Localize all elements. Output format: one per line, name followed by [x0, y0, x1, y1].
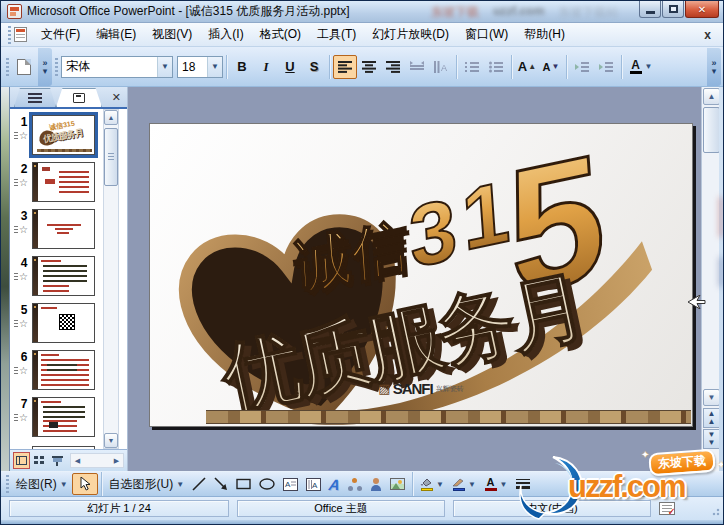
diagram-icon: [348, 478, 362, 491]
animation-star-icon[interactable]: ☆: [14, 365, 28, 376]
pane-horizontal-scrollbar[interactable]: ◀ ▶: [70, 453, 124, 468]
slide-3-thumbnail[interactable]: [32, 209, 95, 249]
editor-vertical-scrollbar[interactable]: ▲ ▼ ▲▲ ▼▼: [701, 87, 721, 471]
text-shadow-button[interactable]: S: [302, 55, 326, 79]
restore-button[interactable]: [662, 1, 684, 18]
decrease-indent-button[interactable]: [570, 55, 594, 79]
slide-sorter-view-button[interactable]: [31, 452, 48, 469]
animation-star-icon[interactable]: ☆: [14, 130, 28, 141]
scroll-right-button[interactable]: ▶: [111, 455, 122, 466]
align-center-button[interactable]: [357, 55, 381, 79]
toolbar-drag-handle[interactable]: [6, 58, 9, 76]
animation-star-icon[interactable]: ☆: [14, 318, 28, 329]
text-direction-button[interactable]: A: [429, 55, 453, 79]
bold-button[interactable]: B: [230, 55, 254, 79]
theme-indicator[interactable]: Office 主题: [237, 500, 445, 517]
animation-star-icon[interactable]: ☆: [14, 271, 28, 282]
scroll-down-button[interactable]: ▼: [703, 389, 720, 406]
tab-slides[interactable]: [56, 88, 102, 107]
slide-5-thumbnail[interactable]: [32, 303, 95, 343]
chevron-down-icon[interactable]: ▼: [468, 480, 476, 489]
fill-color-button[interactable]: ▼: [416, 473, 448, 495]
close-button[interactable]: ✕: [685, 1, 719, 18]
wordart-button[interactable]: A: [325, 473, 344, 495]
text-box-button[interactable]: A: [279, 473, 302, 495]
separator: [621, 55, 622, 79]
line-color-button[interactable]: ▼: [448, 473, 480, 495]
chevron-down-icon[interactable]: ▼: [207, 57, 222, 77]
align-right-button[interactable]: [381, 55, 405, 79]
arrow-tool-button[interactable]: [210, 473, 232, 495]
close-document-button[interactable]: x: [696, 28, 719, 42]
menu-file[interactable]: 文件(F): [33, 23, 88, 46]
select-objects-button[interactable]: [72, 473, 98, 495]
font-color-button[interactable]: A ▼: [625, 55, 657, 79]
menu-format[interactable]: 格式(O): [252, 23, 309, 46]
standard-toolbar-options-button[interactable]: »▾: [38, 48, 52, 86]
formatting-toolbar-options-button[interactable]: »▾: [707, 48, 721, 86]
minimize-button[interactable]: [639, 1, 661, 18]
bullets-button[interactable]: [484, 55, 508, 79]
slideshow-view-button[interactable]: [49, 452, 66, 469]
normal-view-button[interactable]: [13, 452, 30, 469]
font-size-combobox[interactable]: 18 ▼: [177, 56, 223, 78]
menu-insert[interactable]: 插入(I): [200, 23, 251, 46]
scroll-up-button[interactable]: ▲: [104, 110, 118, 125]
document-control-icon[interactable]: [14, 27, 27, 42]
diagram-button[interactable]: [344, 473, 366, 495]
slide-6-thumbnail[interactable]: [32, 350, 95, 390]
increase-font-size-button[interactable]: A▲: [515, 55, 539, 79]
drawbar-font-color-button[interactable]: A ▼: [480, 473, 512, 495]
toolbar-drag-handle[interactable]: [55, 58, 58, 76]
close-pane-button[interactable]: ✕: [112, 91, 121, 104]
chevron-down-icon[interactable]: ▼: [157, 57, 172, 77]
clip-art-button[interactable]: [366, 473, 386, 495]
menu-help[interactable]: 帮助(H): [516, 23, 573, 46]
autoshapes-menu-button[interactable]: 自选图形(U)▼: [105, 473, 189, 495]
line-tool-button[interactable]: [188, 473, 210, 495]
slide-2-thumbnail[interactable]: [32, 162, 95, 202]
oval-tool-button[interactable]: [255, 473, 279, 495]
underline-button[interactable]: U: [278, 55, 302, 79]
vertical-text-box-button[interactable]: A: [302, 473, 325, 495]
slide-canvas[interactable]: 诚信 诚信 3 1 5 优质服务月 优质服务月 ▨SANFI兴辉瓷砖: [149, 123, 693, 427]
increase-indent-button[interactable]: [594, 55, 618, 79]
slide-editor-area[interactable]: 诚信 诚信 3 1 5 优质服务月 优质服务月 ▨SANFI兴辉瓷砖: [128, 87, 701, 471]
tab-outline[interactable]: [14, 88, 56, 107]
scroll-left-button[interactable]: ◀: [72, 455, 83, 466]
animation-star-icon[interactable]: ☆: [14, 412, 28, 423]
scrollbar-thumb[interactable]: [703, 107, 720, 153]
toolbar-drag-handle[interactable]: [6, 475, 9, 493]
menu-view[interactable]: 视图(V): [144, 23, 200, 46]
slide-1-thumbnail[interactable]: 诚信315 优质服务月: [32, 115, 95, 155]
italic-button[interactable]: I: [254, 55, 278, 79]
decrease-font-size-button[interactable]: A▼: [539, 55, 563, 79]
font-name-combobox[interactable]: 宋体 ▼: [61, 56, 173, 78]
animation-star-icon[interactable]: ☆: [14, 177, 28, 188]
next-slide-button[interactable]: ▼▼: [703, 429, 720, 449]
scrollbar-thumb[interactable]: [104, 128, 118, 186]
scroll-up-button[interactable]: ▲: [703, 88, 720, 105]
numbering-button[interactable]: [460, 55, 484, 79]
animation-star-icon[interactable]: ☆: [14, 224, 28, 235]
distribute-text-button[interactable]: [405, 55, 429, 79]
menu-window[interactable]: 窗口(W): [457, 23, 516, 46]
slide-4-thumbnail[interactable]: [32, 256, 95, 296]
menu-tools[interactable]: 工具(T): [309, 23, 364, 46]
draw-menu-button[interactable]: 绘图(R)▼: [12, 473, 72, 495]
scroll-down-button[interactable]: ▼: [104, 433, 118, 448]
new-presentation-button[interactable]: [12, 55, 36, 79]
rectangle-tool-button[interactable]: [232, 473, 255, 495]
menu-slideshow[interactable]: 幻灯片放映(D): [364, 23, 457, 46]
chevron-down-icon[interactable]: ▼: [645, 62, 653, 71]
thumbnail-scrollbar[interactable]: ▲ ▼: [103, 109, 119, 449]
insert-picture-button[interactable]: [386, 473, 409, 495]
chevron-down-icon[interactable]: ▼: [500, 480, 508, 489]
chevron-down-icon[interactable]: ▼: [436, 480, 444, 489]
titlebar-watermark-text: 东坡下载站: [558, 4, 618, 21]
menubar-drag-handle[interactable]: [8, 26, 11, 44]
slide-7-thumbnail[interactable]: [32, 397, 95, 437]
align-left-button[interactable]: [333, 55, 357, 79]
menu-edit[interactable]: 编辑(E): [88, 23, 144, 46]
previous-slide-button[interactable]: ▲▲: [703, 408, 720, 428]
